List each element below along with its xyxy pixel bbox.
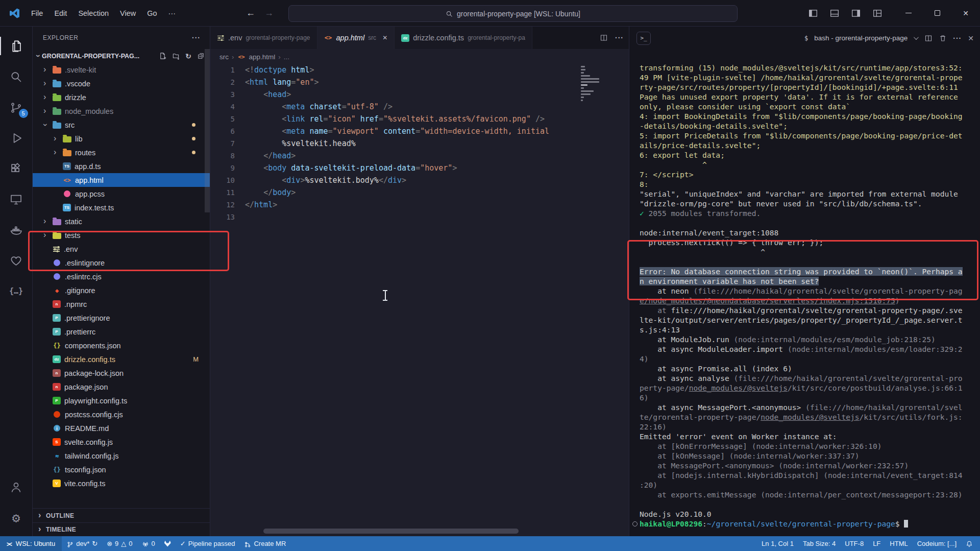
tree-item-postcss.config.cjs[interactable]: postcss.config.cjs — [33, 408, 210, 421]
tree-item-app.d.ts[interactable]: TSapp.d.ts — [33, 159, 210, 173]
status-cursor-position[interactable]: Ln 1, Col 1 — [757, 536, 798, 551]
code-line[interactable]: 10 <div>%sveltekit.body%</div> — [210, 174, 629, 186]
activity-search[interactable] — [0, 61, 33, 92]
tab-app-html[interactable]: <>app.htmlsrc✕ — [317, 27, 395, 49]
toggle-secondary-sidebar-icon[interactable] — [851, 9, 861, 18]
forward-button[interactable]: → — [264, 8, 274, 18]
editor-pane[interactable]: 1<!doctype html>2<html lang="en">3 <head… — [210, 64, 629, 536]
breadcrumb-folder[interactable]: src — [219, 53, 229, 61]
maximize-button[interactable] — [923, 0, 951, 27]
code-line[interactable]: 4 <meta charset="utf-8" /> — [210, 101, 629, 113]
menu-selection[interactable]: Selection — [72, 0, 114, 26]
tree-item-README.md[interactable]: iREADME.md — [33, 421, 210, 435]
status-codeium[interactable]: Codeium: [...] — [913, 536, 961, 551]
new-folder-icon[interactable] — [172, 52, 180, 60]
tree-item-package-lock.json[interactable]: npackage-lock.json — [33, 366, 210, 380]
breadcrumb-file[interactable]: app.html — [249, 53, 276, 61]
close-button[interactable]: ✕ — [951, 0, 980, 27]
activity-run-debug[interactable] — [0, 123, 33, 153]
settings-button[interactable]: ⚙ — [0, 502, 33, 533]
status-gitlab[interactable] — [160, 536, 176, 551]
tree-item-.eslintignore[interactable]: .eslintignore — [33, 256, 210, 270]
status-create-mr[interactable]: Create MR — [239, 536, 290, 551]
explorer-more-actions-icon[interactable]: ··· — [192, 34, 201, 42]
status-pipeline[interactable]: ✓Pipeline passed — [176, 536, 240, 551]
tree-item-.svelte-kit[interactable]: .svelte-kit — [33, 63, 210, 77]
toggle-sidebar-icon[interactable] — [808, 9, 818, 18]
tree-item-src[interactable]: src — [33, 118, 210, 132]
tree-item-app.html[interactable]: <>app.html — [33, 173, 210, 187]
tree-item-static[interactable]: static — [33, 214, 210, 228]
timeline-section[interactable]: TIMELINE — [33, 522, 210, 536]
minimap[interactable] — [581, 66, 603, 106]
status-branch[interactable]: dev*↻ — [62, 536, 102, 551]
terminal-more-actions-icon[interactable]: ··· — [953, 34, 962, 42]
terminal-link[interactable]: node_modules/@sveltejs — [689, 384, 788, 392]
code-line[interactable]: 12</html> — [210, 199, 629, 211]
activity-explorer[interactable] — [0, 31, 33, 61]
tree-item-index.test.ts[interactable]: TSindex.test.ts — [33, 201, 210, 214]
minimize-button[interactable] — [894, 0, 923, 27]
code-line[interactable]: 2<html lang="en"> — [210, 76, 629, 88]
tree-item-.npmrc[interactable]: n.npmrc — [33, 297, 210, 311]
tree-item-app.pcss[interactable]: app.pcss — [33, 187, 210, 201]
horizontal-scrollbar[interactable] — [263, 529, 519, 534]
tree-item-drizzle[interactable]: drizzle — [33, 90, 210, 104]
tree-item-package.json[interactable]: npackage.json — [33, 380, 210, 394]
code-line[interactable]: 7 %sveltekit.head% — [210, 137, 629, 150]
terminal-link[interactable]: e/node_modules/@neondatabase/serverless/… — [640, 296, 895, 305]
status-ports[interactable]: 0 — [137, 536, 160, 551]
editor-more-actions-icon[interactable]: ··· — [615, 34, 624, 42]
menu-file[interactable]: File — [26, 0, 48, 26]
tree-item-tsconfig.json[interactable]: {}tsconfig.json — [33, 463, 210, 476]
code-line[interactable]: 11 </body> — [210, 186, 629, 199]
code-line[interactable]: 3 <head> — [210, 88, 629, 101]
tree-item-.gitignore[interactable]: ◆.gitignore — [33, 283, 210, 297]
tree-item-.prettierignore[interactable]: P.prettierignore — [33, 311, 210, 325]
tree-item-.vscode[interactable]: .vscode — [33, 77, 210, 90]
activity-remote-explorer[interactable] — [0, 184, 33, 214]
sidebar-scrollbar[interactable] — [205, 49, 210, 212]
tab-drizzle-config[interactable]: dzdrizzle.config.tsgrorental-property-pa — [395, 27, 532, 49]
code-area[interactable]: 1<!doctype html>2<html lang="en">3 <head… — [210, 64, 629, 223]
activity-testing[interactable] — [0, 245, 33, 276]
tree-item-.env[interactable]: .env — [33, 242, 210, 256]
activity-snippets[interactable]: {…} — [0, 276, 33, 306]
toggle-panel-icon[interactable] — [830, 9, 839, 18]
back-button[interactable]: ← — [246, 8, 255, 18]
outline-section[interactable]: OUTLINE — [33, 509, 210, 522]
customize-layout-icon[interactable] — [873, 9, 882, 18]
menu-edit[interactable]: Edit — [48, 0, 72, 26]
tree-item-node_modules[interactable]: node_modules — [33, 104, 210, 118]
accounts-button[interactable] — [0, 472, 33, 502]
status-language-mode[interactable]: HTML — [885, 536, 912, 551]
close-tab-icon[interactable]: ✕ — [382, 34, 387, 41]
terminal-link[interactable]: node_modules/@sveltejs — [761, 413, 859, 421]
terminal-title[interactable]: bash - grorental-property-page — [814, 34, 908, 42]
remote-indicator[interactable]: >< WSL: Ubuntu — [0, 536, 62, 551]
refresh-icon[interactable]: ↻ — [185, 53, 191, 60]
activity-docker[interactable] — [0, 214, 33, 245]
collapse-all-icon[interactable] — [197, 52, 205, 60]
project-root-row[interactable]: GRORENTAL-PROPERTY-PAG... ↻ — [33, 49, 210, 63]
split-editor-icon[interactable] — [600, 34, 608, 42]
kill-terminal-icon[interactable] — [939, 34, 947, 42]
code-line[interactable]: 8 </head> — [210, 150, 629, 162]
status-encoding[interactable]: UTF-8 — [840, 536, 868, 551]
status-problems[interactable]: ⊗9△0 — [102, 536, 137, 551]
code-line[interactable]: 5 <link rel="icon" href="%sveltekit.asse… — [210, 113, 629, 125]
terminal-panel-icon[interactable]: >_ — [636, 32, 651, 45]
code-line[interactable]: 13 — [210, 211, 629, 223]
split-terminal-icon[interactable] — [924, 34, 933, 42]
breadcrumb-symbol[interactable]: ... — [284, 53, 289, 61]
tree-item-lib[interactable]: lib — [33, 132, 210, 146]
tree-item-components.json[interactable]: {}components.json — [33, 339, 210, 352]
command-center[interactable]: grorental-property-page [WSL: Ubuntu] — [288, 5, 738, 22]
activity-source-control[interactable]: 5 — [0, 92, 33, 123]
tree-item-svelte.config.js[interactable]: Ssvelte.config.js — [33, 435, 210, 449]
menu-go[interactable]: Go — [141, 0, 162, 26]
notifications-bell[interactable] — [961, 536, 980, 551]
tab-env[interactable]: .envgrorental-property-page — [210, 27, 317, 49]
status-indentation[interactable]: Tab Size: 4 — [798, 536, 840, 551]
tree-item-playwright.config.ts[interactable]: Pplaywright.config.ts — [33, 394, 210, 408]
